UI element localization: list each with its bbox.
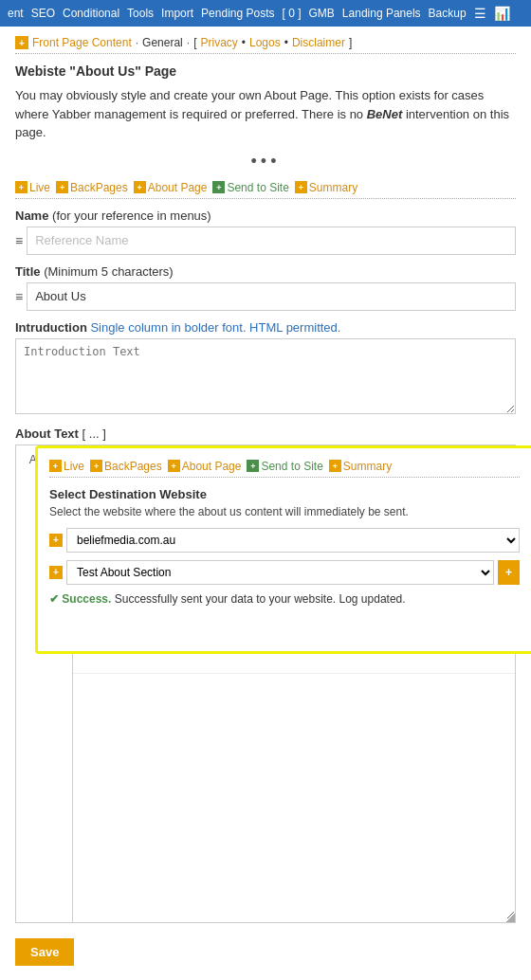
nav-item-ent[interactable]: ent (8, 7, 24, 20)
send-to-site-popup: + Live + BackPages + About Page + (35, 445, 531, 654)
textarea-resize-handle[interactable] (505, 913, 515, 922)
name-field-label: Name (for your reference in menus) (15, 209, 516, 223)
popup-live-icon: + (49, 460, 62, 472)
popup-subnav-live[interactable]: + Live (49, 460, 84, 473)
popup-subnav-send[interactable]: + Send to Site (247, 460, 322, 473)
popup-summary-label[interactable]: Summary (343, 460, 392, 473)
popup-subtext: Select the website where the about us co… (49, 505, 520, 518)
section-select-row: + Test About Section + (49, 560, 520, 585)
subnav-divider (15, 198, 516, 199)
nav-item-backup[interactable]: Backup (429, 7, 467, 20)
nav-item-seo[interactable]: SEO (31, 7, 55, 20)
popup-live-label[interactable]: Live (64, 460, 84, 473)
popup-about-icon: + (168, 460, 180, 472)
breadcrumb-dot1: • (242, 36, 246, 49)
breadcrumb-dot2: • (284, 36, 288, 49)
subnav-summary-icon: + (295, 181, 307, 193)
title-input-row: ≡ (15, 282, 516, 311)
name-hamburger-icon[interactable]: ≡ (15, 233, 23, 248)
subnav-live-label[interactable]: Live (29, 181, 50, 194)
name-input[interactable] (27, 227, 516, 255)
section-select[interactable]: Test About Section (66, 560, 494, 585)
nav-item-landing[interactable]: Landing Panels (342, 7, 421, 20)
subnav-send-icon: + (212, 181, 225, 193)
breadcrumb-disclaimer[interactable]: Disclaimer (292, 36, 345, 49)
nav-item-import[interactable]: Import (161, 7, 193, 20)
intro-label: Intruduction Single column in bolder fon… (15, 320, 516, 335)
subnav-live-icon: + (15, 181, 27, 193)
website-select[interactable]: beliefmedia.com.au (66, 528, 520, 553)
about-text-container: About + Live + BackPages (15, 445, 516, 923)
success-check-icon: ✔ (49, 592, 59, 606)
about-text-label: About Text [ ... ] (15, 426, 516, 441)
page-heading: Webiste "About Us" Page (15, 64, 516, 79)
title-hamburger-icon[interactable]: ≡ (15, 289, 23, 304)
popup-subnav-summary[interactable]: + Summary (329, 460, 392, 473)
nav-item-count[interactable]: [ 0 ] (283, 7, 302, 20)
breadcrumb-general: General (142, 36, 183, 49)
popup-subnav-about-page[interactable]: + About Page (168, 460, 242, 473)
name-input-row: ≡ (15, 227, 516, 255)
subnav-summary-label[interactable]: Summary (309, 181, 357, 194)
save-button[interactable]: Save (15, 938, 74, 966)
nav-icon-list[interactable]: ☰ (474, 6, 486, 21)
nav-item-conditional[interactable]: Conditional (63, 7, 119, 20)
popup-subnav-backpages[interactable]: + BackPages (90, 460, 162, 473)
popup-backpages-label[interactable]: BackPages (104, 460, 162, 473)
popup-backpages-icon: + (90, 460, 102, 472)
subnav-backpages-icon: + (56, 181, 68, 193)
nav-icon-chart[interactable]: 📊 (494, 6, 510, 21)
title-input[interactable] (27, 282, 516, 311)
website-select-row: + beliefmedia.com.au (49, 528, 520, 553)
subnav-live[interactable]: + Live (15, 181, 50, 194)
about-main-area: + Live + BackPages + About Page + (72, 445, 516, 923)
subnav-send-to-site[interactable]: + Send to Site (212, 181, 288, 194)
subnav-about-label[interactable]: About Page (148, 181, 208, 194)
popup-heading: Select Destination Website (49, 487, 520, 501)
main-content: + Front Page Content · General · [ Priva… (0, 27, 531, 980)
breadcrumb-divider (15, 53, 516, 54)
send-button[interactable]: + (498, 560, 520, 585)
about-text-section: About Text [ ... ] About + Live (15, 426, 516, 923)
top-navigation: ent SEO Conditional Tools Import Pending… (0, 0, 531, 27)
title-field-label: Title (Minimum 5 characters) (15, 264, 516, 279)
subnav-about-page[interactable]: + About Page (134, 181, 208, 194)
intro-textarea[interactable] (15, 338, 516, 414)
popup-about-label[interactable]: About Page (182, 460, 242, 473)
popup-summary-icon: + (329, 460, 341, 472)
success-word: Success. (62, 592, 111, 606)
success-text: Successfully sent your data to your webs… (115, 592, 406, 606)
subnav-send-label[interactable]: Send to Site (227, 181, 288, 194)
subnav-about-icon: + (134, 181, 146, 193)
website-plus-icon[interactable]: + (49, 534, 63, 547)
success-message: ✔ Success. Successfully sent your data t… (49, 592, 520, 606)
breadcrumb-privacy[interactable]: Privacy (200, 36, 237, 49)
subnav-summary[interactable]: + Summary (295, 181, 357, 194)
breadcrumb-bracket-open: [ (193, 36, 196, 49)
section-plus-icon[interactable]: + (49, 566, 63, 579)
breadcrumb-plus-icon[interactable]: + (15, 36, 28, 49)
breadcrumb-sep1: · (136, 36, 138, 49)
ellipsis: ••• (15, 152, 516, 172)
breadcrumb: + Front Page Content · General · [ Priva… (15, 36, 516, 49)
page-description: You may obviously style and create your … (15, 86, 516, 142)
breadcrumb-logos[interactable]: Logos (249, 36, 281, 49)
subnav-backpages[interactable]: + BackPages (56, 181, 128, 194)
breadcrumb-front-page[interactable]: Front Page Content (32, 36, 132, 49)
breadcrumb-sep2: · (187, 36, 190, 49)
breadcrumb-bracket-close: ] (349, 36, 352, 49)
popup-divider (49, 477, 520, 478)
nav-item-pending-posts[interactable]: Pending Posts (201, 7, 274, 20)
popup-sub-navigation: + Live + BackPages + About Page + (49, 460, 520, 473)
sub-navigation: + Live + BackPages + About Page + Send t… (15, 181, 516, 194)
benet-text: BeNet (367, 107, 403, 121)
popup-send-label[interactable]: Send to Site (261, 460, 322, 473)
about-text-textarea[interactable] (73, 673, 515, 919)
popup-send-icon: + (247, 460, 259, 472)
nav-item-tools[interactable]: Tools (127, 7, 154, 20)
subnav-backpages-label[interactable]: BackPages (70, 181, 128, 194)
nav-item-gmb[interactable]: GMB (309, 7, 335, 20)
